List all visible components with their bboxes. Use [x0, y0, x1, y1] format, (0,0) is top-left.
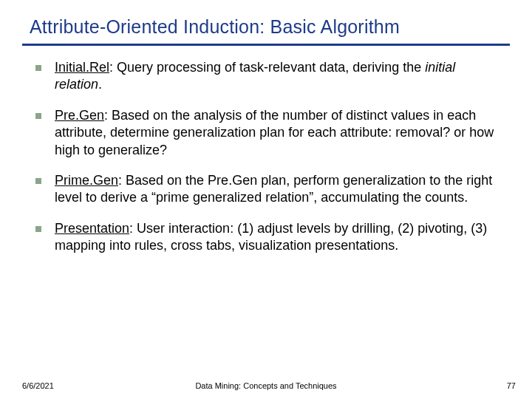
list-item: Prime.Gen: Based on the Pre.Gen plan, pe… [35, 172, 502, 207]
list-item: Pre.Gen: Based on the analysis of the nu… [35, 107, 502, 159]
square-bullet-icon [35, 113, 41, 119]
term: Pre.Gen [55, 108, 104, 123]
footer-page-number: 77 [507, 381, 516, 390]
square-bullet-icon [35, 65, 41, 71]
term: Presentation [55, 221, 129, 236]
footer-date: 6/6/2021 [22, 381, 54, 390]
footer-center: Data Mining: Concepts and Techniques [195, 381, 336, 390]
square-bullet-icon [35, 178, 41, 184]
term: Prime.Gen [55, 173, 118, 188]
text-pre: : Based on the Pre.Gen plan, perform gen… [55, 173, 492, 205]
bullet-text: Presentation: User interaction: (1) adju… [55, 220, 502, 255]
title-divider [22, 44, 510, 46]
list-item: Initial.Rel: Query processing of task-re… [35, 59, 502, 94]
term: Initial.Rel [55, 60, 109, 75]
text-post: . [98, 77, 102, 92]
slide-title: Attribute-Oriented Induction: Basic Algo… [0, 0, 532, 44]
bullet-text: Initial.Rel: Query processing of task-re… [55, 59, 502, 94]
text-pre: : Query processing of task-relevant data… [109, 60, 425, 75]
list-item: Presentation: User interaction: (1) adju… [35, 220, 502, 255]
bullet-text: Pre.Gen: Based on the analysis of the nu… [55, 107, 502, 159]
bullet-text: Prime.Gen: Based on the Pre.Gen plan, pe… [55, 172, 502, 207]
bullet-list: Initial.Rel: Query processing of task-re… [0, 59, 532, 255]
square-bullet-icon [35, 226, 41, 232]
text-pre: : Based on the analysis of the number of… [55, 108, 494, 157]
